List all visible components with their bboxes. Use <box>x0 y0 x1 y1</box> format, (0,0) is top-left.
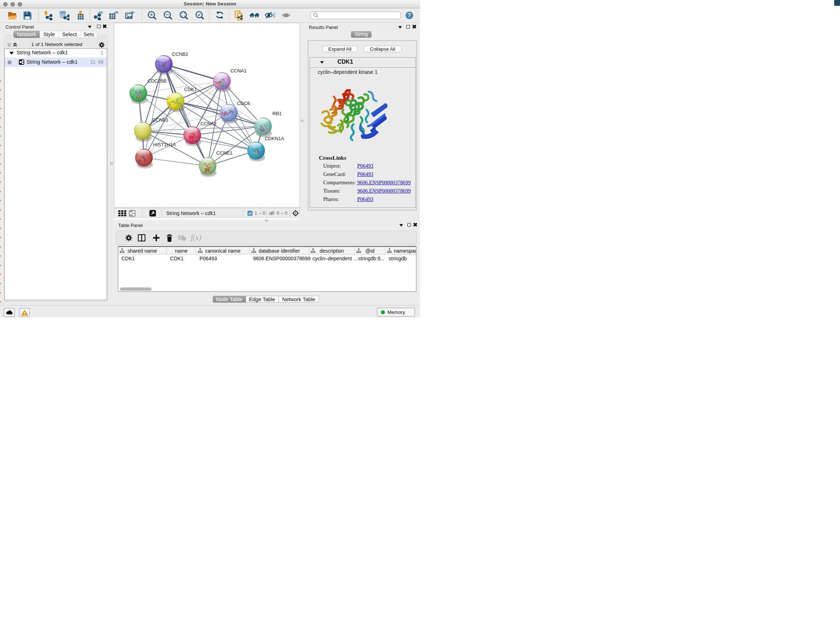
svg-text:RB1: RB1 <box>272 111 282 116</box>
svg-text:CCNB2: CCNB2 <box>172 51 188 57</box>
svg-text:CDKN1A: CDKN1A <box>265 136 284 141</box>
svg-text:CCNA2: CCNA2 <box>201 121 217 126</box>
svg-text:CDK1: CDK1 <box>184 87 197 92</box>
svg-text:CDC25B: CDC25B <box>148 78 166 84</box>
svg-text:HIST1H1A: HIST1H1A <box>153 142 176 147</box>
svg-text:CCNA1: CCNA1 <box>231 68 247 73</box>
svg-text:CDC6: CDC6 <box>237 101 250 106</box>
svg-text:CCNE1: CCNE1 <box>216 150 233 155</box>
svg-text:CCNB1: CCNB1 <box>152 117 169 123</box>
